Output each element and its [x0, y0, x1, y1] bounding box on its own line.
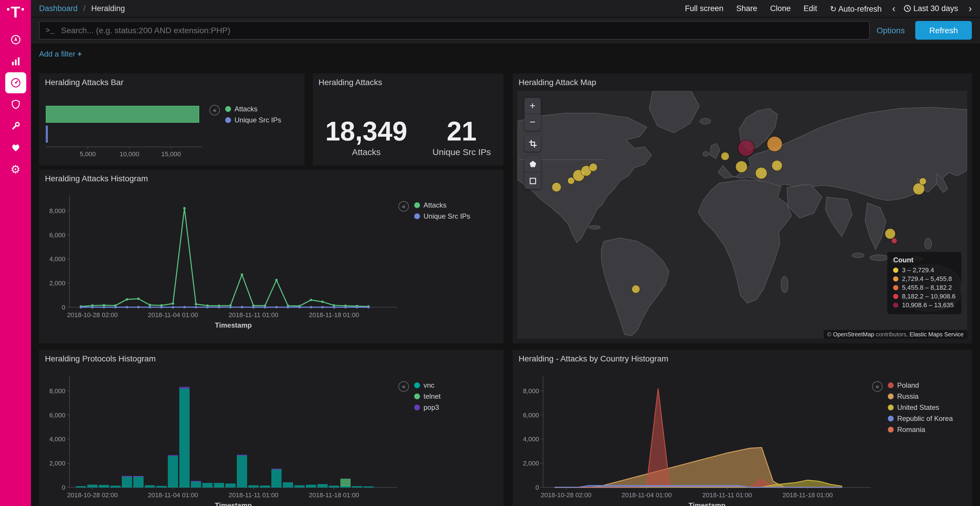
add-filter-link[interactable]: Add a filter + — [39, 49, 82, 58]
map-point[interactable] — [920, 178, 926, 185]
legend-collapse-icon[interactable]: « — [209, 105, 220, 116]
sidebar-item-visualize[interactable] — [5, 51, 26, 72]
map-point[interactable] — [721, 152, 729, 160]
map-point[interactable] — [891, 238, 897, 244]
attacks-histogram-chart[interactable]: 02,0004,0006,0008,0002018-10-28 02:00201… — [44, 184, 406, 334]
search-input[interactable] — [60, 25, 863, 36]
map-point[interactable] — [632, 285, 640, 293]
map-point[interactable] — [738, 140, 754, 156]
refresh-button[interactable]: Refresh — [915, 21, 972, 40]
legend-item-unique-src-ips[interactable]: Unique Src IPs — [414, 212, 470, 220]
legend-item-romania[interactable]: Romania — [888, 425, 953, 434]
svg-text:2018-11-11 01:00: 2018-11-11 01:00 — [702, 492, 752, 499]
map-legend-bucket: 8,182.2 – 10,908.6 — [893, 293, 956, 300]
legend-dot — [414, 382, 420, 388]
legend-item-vnc[interactable]: vnc — [414, 381, 441, 389]
panel-title: Heralding Attack Map — [513, 73, 972, 91]
attack-map[interactable]: + − — [517, 91, 967, 339]
sidebar-item-dashboard[interactable] — [5, 73, 26, 94]
time-back-icon[interactable]: ‹ — [892, 3, 896, 13]
map-point[interactable] — [589, 163, 597, 171]
breadcrumb-current: Heralding — [91, 4, 125, 13]
legend-collapse-icon[interactable]: « — [398, 381, 409, 392]
svg-text:0: 0 — [62, 304, 65, 311]
metric-label: Unique Src IPs — [433, 147, 491, 157]
attacks-bar-chart[interactable]: 5,00010,00015,000 — [44, 91, 214, 162]
legend-item-republic-of-korea[interactable]: Republic of Korea — [888, 414, 953, 423]
sidebar-item-security[interactable] — [5, 94, 26, 115]
protocols-histogram-chart[interactable]: 02,0004,0006,0008,0002018-10-28 02:00201… — [44, 364, 406, 506]
sidebar-item-discover[interactable] — [5, 29, 26, 51]
country-histogram-chart[interactable]: 02,0004,0006,0008,0002018-10-28 02:00201… — [517, 364, 879, 506]
legend: «vnctelnetpop3 — [398, 381, 441, 412]
topbar-share[interactable]: Share — [736, 4, 757, 13]
svg-text:2018-11-18 01:00: 2018-11-18 01:00 — [309, 492, 359, 499]
refresh-cycle-icon: ↻ — [830, 4, 837, 13]
legend-dot — [893, 293, 899, 299]
breadcrumb-dashboard-link[interactable]: Dashboard — [39, 4, 78, 13]
bar-chart-icon — [10, 56, 21, 67]
legend-collapse-icon[interactable]: « — [872, 381, 883, 392]
legend-item-telnet[interactable]: telnet — [414, 392, 441, 400]
legend-dot — [414, 202, 420, 208]
panel-heralding-attacks-metric: Heralding Attacks 18,349Attacks21Unique … — [313, 73, 503, 165]
topbar-full-screen[interactable]: Full screen — [685, 4, 723, 13]
query-options-link[interactable]: Options — [877, 25, 905, 35]
legend-dot — [893, 285, 899, 290]
topbar-clone[interactable]: Clone — [770, 4, 791, 13]
draw-rectangle-icon[interactable] — [524, 173, 541, 189]
time-range-picker[interactable]: Last 30 days — [904, 4, 958, 13]
legend-item-attacks[interactable]: Attacks — [414, 201, 470, 209]
svg-text:Timestamp: Timestamp — [215, 321, 252, 329]
metric-label: Attacks — [325, 147, 407, 157]
legend-dot — [888, 427, 894, 433]
topbar-edit[interactable]: Edit — [803, 4, 817, 13]
map-point[interactable] — [552, 182, 561, 192]
metric-value: 18,349 — [325, 118, 407, 144]
legend-item-russia[interactable]: Russia — [888, 392, 953, 400]
panel-attacks-by-country-histogram: Heralding - Attacks by Country Histogram… — [513, 350, 972, 506]
auto-refresh-button[interactable]: ↻ Auto-refresh — [830, 4, 881, 13]
svg-text:4,000: 4,000 — [49, 435, 65, 443]
legend-item-pop3[interactable]: pop3 — [414, 403, 441, 412]
panel-heralding-attack-map: Heralding Attack Map — [513, 73, 972, 343]
map-point[interactable] — [772, 160, 782, 171]
legend-item-poland[interactable]: Poland — [888, 381, 953, 389]
sidebar-item-settings[interactable]: ⚙ — [5, 159, 26, 180]
breadcrumb: Dashboard / Heralding — [39, 4, 125, 13]
map-point[interactable] — [756, 167, 767, 179]
svg-text:6,000: 6,000 — [49, 412, 65, 419]
legend-item-unique-src-ips[interactable]: Unique Src IPs — [225, 116, 281, 124]
map-count-legend: Count3 – 2,729.42,729.4 – 5,455.85,455.8… — [888, 252, 962, 314]
fit-bounds-icon[interactable] — [524, 135, 541, 152]
svg-text:2018-11-11 01:00: 2018-11-11 01:00 — [229, 492, 278, 499]
svg-text:2,000: 2,000 — [523, 460, 539, 467]
topbar-actions: Full screenShareCloneEdit↻ Auto-refresh‹… — [672, 3, 972, 13]
panel-heralding-protocols-histogram: Heralding Protocols Histogram 02,0004,00… — [39, 350, 503, 506]
zoom-out-button[interactable]: − — [524, 114, 541, 130]
legend-dot — [888, 382, 894, 388]
elastic-maps-service-link[interactable]: Elastic Maps Service — [909, 331, 964, 338]
svg-text:2018-11-04 01:00: 2018-11-04 01:00 — [622, 492, 672, 499]
map-point[interactable] — [767, 136, 782, 152]
query-input-wrap[interactable]: >_ — [39, 21, 869, 40]
legend: «AttacksUnique Src IPs — [398, 201, 470, 220]
panel-title: Heralding Attacks Bar — [39, 73, 304, 91]
panel-heralding-attacks-bar: Heralding Attacks Bar 5,00010,00015,000 … — [39, 73, 304, 165]
map-legend-bucket: 5,455.8 – 8,182.2 — [893, 284, 956, 291]
map-point[interactable] — [736, 161, 747, 173]
sidebar-item-tools[interactable] — [5, 116, 26, 137]
legend-collapse-icon[interactable]: « — [398, 201, 409, 212]
svg-text:2018-11-18 01:00: 2018-11-18 01:00 — [309, 311, 359, 319]
legend-item-united-states[interactable]: United States — [888, 403, 953, 412]
svg-text:2,000: 2,000 — [49, 279, 65, 287]
zoom-in-button[interactable]: + — [524, 98, 541, 114]
time-forward-icon[interactable]: › — [969, 3, 972, 13]
query-prompt-icon: >_ — [46, 26, 54, 35]
legend-dot — [888, 393, 894, 399]
openstreetmap-link[interactable]: OpenStreetMap — [833, 331, 874, 338]
sidebar-item-health[interactable] — [5, 137, 26, 158]
draw-polygon-icon[interactable] — [524, 156, 541, 173]
map-point[interactable] — [885, 228, 896, 239]
legend-item-attacks[interactable]: Attacks — [225, 105, 281, 113]
